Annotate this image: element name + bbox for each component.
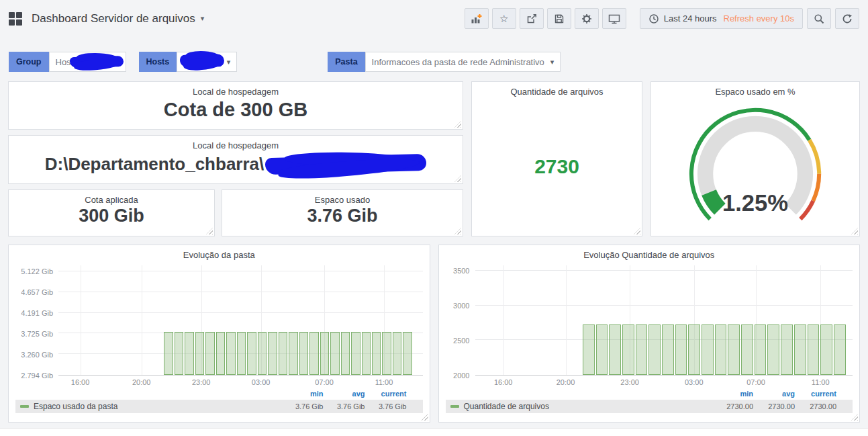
panel-chart-folder-evolution: Evolução da pasta 5.122 Gib4.657 Gib4.19… xyxy=(8,245,430,423)
filter-pasta-label: Pasta xyxy=(328,52,365,72)
series-bar xyxy=(781,324,793,375)
series-bar xyxy=(164,332,173,375)
x-tick-label: 20:00 xyxy=(132,378,151,386)
legend-header: min avg current xyxy=(439,388,860,399)
space-used-value: 3.76 Gib xyxy=(222,206,463,226)
chart-title[interactable]: Evolução Quantidade de arquivos xyxy=(439,245,860,260)
time-range-button[interactable]: Last 24 hours Refresh every 10s xyxy=(640,8,803,29)
chevron-down-icon: ▾ xyxy=(227,58,231,67)
series-bar xyxy=(237,332,246,375)
series-bar xyxy=(702,324,714,375)
y-tick-label: 4.657 Gib xyxy=(21,288,53,296)
filter-group-value[interactable]: Host xyxy=(49,52,126,72)
series-bar xyxy=(195,332,204,375)
series-bar xyxy=(372,332,381,375)
legend-series-toggle[interactable]: Quantidade de arquivos xyxy=(450,402,712,411)
resize-handle[interactable] xyxy=(454,175,461,182)
panel-title[interactable]: Espaco usado em % xyxy=(651,82,859,97)
grafana-dashboard: Dashboard Servidor de arquivos ▾ ☆ xyxy=(0,0,868,436)
panel-quota-text: Local de hospedagem Cota de 300 GB xyxy=(8,81,463,130)
refresh-button[interactable] xyxy=(835,8,859,29)
series-bar xyxy=(808,324,820,375)
time-range-label: Last 24 hours xyxy=(664,13,717,24)
panel-title[interactable]: Local de hospedagem xyxy=(9,82,463,97)
series-bar xyxy=(320,332,329,375)
dashboard-title-picker[interactable]: Dashboard Servidor de arquivos ▾ xyxy=(32,12,204,26)
y-axis: 5.122 Gib4.657 Gib4.191 Gib3.725 Gib3.26… xyxy=(15,265,58,376)
series-name: Espaco usado da pasta xyxy=(34,402,117,411)
folder-path-value: D:\Departamento_chbarra\ xyxy=(45,154,264,175)
x-tick-label: 07:00 xyxy=(315,378,334,386)
series-bar xyxy=(662,324,674,375)
settings-button[interactable] xyxy=(575,8,599,29)
filter-hosts-value[interactable]: ▾ xyxy=(177,52,237,72)
filter-hosts: Hosts ▾ xyxy=(139,52,238,72)
series-bar xyxy=(341,332,350,375)
legend-col-min: min xyxy=(712,390,753,398)
y-tick-label: 3500 xyxy=(453,267,469,275)
legend-row: Espaco usado da pasta 3.76 Gib 3.76 Gib … xyxy=(15,400,423,413)
share-icon xyxy=(526,13,537,24)
x-tick-label: 16:00 xyxy=(494,378,513,386)
resize-handle[interactable] xyxy=(422,414,428,421)
series-bar xyxy=(226,332,235,375)
x-tick-label: 07:00 xyxy=(746,378,765,386)
plot-area xyxy=(475,265,853,376)
x-tick-label: 03:00 xyxy=(685,378,704,386)
resize-handle[interactable] xyxy=(454,228,461,234)
filter-pasta-value[interactable]: Informacoes da pasta de rede Administrat… xyxy=(365,52,561,72)
y-tick-label: 2500 xyxy=(453,337,469,345)
x-tick-label: 20:00 xyxy=(557,378,575,386)
series-bar xyxy=(175,332,183,375)
series-bar xyxy=(728,324,740,375)
save-button[interactable] xyxy=(547,8,571,29)
stat-avg: 2730.00 xyxy=(753,402,795,410)
series-bar xyxy=(185,332,193,375)
series-bar xyxy=(330,332,339,375)
series-color-dash-icon xyxy=(20,405,29,408)
series-bar xyxy=(755,324,767,375)
legend-header: min avg current xyxy=(9,388,430,399)
panel-file-count: Quantidade de arquivos 2730 xyxy=(471,81,642,236)
panel-title[interactable]: Quantidade de arquivos xyxy=(472,82,642,97)
refresh-interval-label: Refresh every 10s xyxy=(724,13,795,24)
dashboard-grid-icon[interactable] xyxy=(9,12,22,26)
series-bar xyxy=(268,332,277,375)
series-bar xyxy=(279,332,287,375)
resize-handle[interactable] xyxy=(454,121,461,128)
x-tick-label: 11:00 xyxy=(812,378,830,386)
series-bar xyxy=(403,332,412,375)
legend-series-toggle[interactable]: Espaco usado da pasta xyxy=(20,402,282,411)
add-panel-button[interactable] xyxy=(465,8,489,29)
resize-handle[interactable] xyxy=(851,414,858,421)
panel-title[interactable]: Espaco usado xyxy=(222,190,463,205)
star-icon: ☆ xyxy=(499,13,508,24)
top-navbar: Dashboard Servidor de arquivos ▾ ☆ xyxy=(0,0,868,37)
series-bar xyxy=(675,324,687,375)
panel-title[interactable]: Cota aplicada xyxy=(9,190,214,205)
resize-handle[interactable] xyxy=(206,228,213,234)
chart-title[interactable]: Evolução da pasta xyxy=(9,245,430,260)
refresh-icon xyxy=(842,13,853,24)
panel-gauge: Espaco usado em % 1.25% xyxy=(650,81,860,236)
legend-col-avg: avg xyxy=(324,390,365,398)
stat-min: 2730.00 xyxy=(712,402,753,410)
legend-row: Quantidade de arquivos 2730.00 2730.00 2… xyxy=(446,400,853,413)
series-bar xyxy=(688,324,700,375)
zoom-out-button[interactable] xyxy=(807,8,831,29)
series-bar xyxy=(289,332,297,375)
favorite-button[interactable]: ☆ xyxy=(492,8,516,29)
quota-text-value: Cota de 300 GB xyxy=(9,99,463,121)
series-bar xyxy=(834,324,846,375)
series-bar xyxy=(382,332,391,375)
y-tick-label: 3.260 Gib xyxy=(21,351,53,359)
gauge: 1.25% xyxy=(651,97,859,236)
monitor-icon xyxy=(608,13,620,24)
redaction-scribble xyxy=(69,56,123,68)
panel-title[interactable]: Local de hospedagem xyxy=(9,136,463,150)
series-bar xyxy=(636,324,648,375)
tv-mode-button[interactable] xyxy=(602,8,626,29)
filter-pasta: Pasta Informacoes da pasta de rede Admin… xyxy=(328,52,561,72)
page-title: Dashboard Servidor de arquivos xyxy=(32,12,195,26)
share-button[interactable] xyxy=(520,8,544,29)
